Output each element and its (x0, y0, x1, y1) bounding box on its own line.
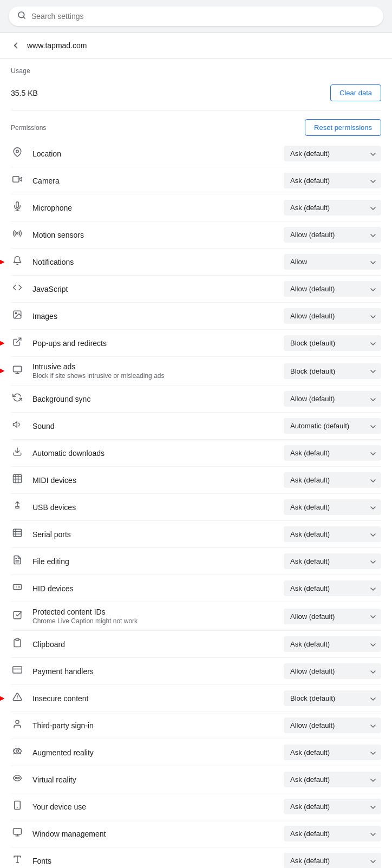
search-icon (17, 11, 26, 22)
permission-name-midi-devices: MIDI devices (32, 476, 76, 485)
select-automatic-downloads[interactable]: Ask (default)AllowBlock (284, 445, 381, 461)
permission-text-motion-sensors: Motion sensors (32, 231, 84, 239)
permission-row-clipboard: ClipboardAsk (default)AllowBlock (11, 631, 381, 658)
select-file-editing[interactable]: Ask (default)AllowBlock (284, 553, 381, 569)
select-window-management[interactable]: Ask (default)AllowBlock (284, 826, 381, 841)
select-notifications[interactable]: AllowAsk (default)Block (284, 254, 381, 270)
svg-rect-32 (16, 639, 19, 641)
select-midi-devices[interactable]: Ask (default)AllowBlock (284, 472, 381, 488)
svg-rect-4 (13, 177, 19, 182)
midi-devices-icon (11, 474, 24, 486)
your-device-use-icon (11, 800, 24, 813)
permission-left-augmented-reality: Augmented reality (11, 746, 284, 759)
permission-row-payment-handlers: Payment handlersAllow (default)Block (11, 658, 381, 685)
select-hid-devices[interactable]: Ask (default)AllowBlock (284, 580, 381, 596)
permission-name-clipboard: Clipboard (32, 640, 65, 649)
permission-row-file-editing: File editingAsk (default)AllowBlock (11, 548, 381, 575)
select-your-device-use[interactable]: Ask (default)AllowBlock (284, 799, 381, 814)
permission-name-payment-handlers: Payment handlers (32, 667, 94, 676)
select-payment-handlers[interactable]: Allow (default)Block (284, 663, 381, 679)
select-clipboard[interactable]: Ask (default)AllowBlock (284, 636, 381, 652)
permission-left-file-editing: File editing (11, 555, 284, 567)
popups-icon (11, 337, 24, 349)
permission-left-hid-devices: HID devices (11, 582, 284, 595)
permission-name-your-device-use: Your device use (32, 802, 86, 811)
back-button[interactable] (11, 41, 21, 50)
permission-sub-intrusive-ads: Block if site shows intrusive or mislead… (32, 372, 164, 380)
select-insecure-content[interactable]: Block (default)Allow (284, 690, 381, 706)
reset-permissions-button[interactable]: Reset permissions (305, 119, 381, 136)
select-wrap-popups: Block (default)Allow (284, 335, 381, 351)
permissions-label: Permissions (11, 124, 46, 132)
permission-row-images: ImagesAllow (default)Block (11, 303, 381, 330)
fonts-icon (11, 854, 24, 867)
clear-data-button[interactable]: Clear data (330, 84, 381, 101)
permission-name-usb-devices: USB devices (32, 503, 76, 512)
permission-row-javascript: JavaScriptAllow (default)Block (11, 276, 381, 303)
permission-name-protected-content: Protected content IDs (32, 608, 138, 616)
permission-left-automatic-downloads: Automatic downloads (11, 447, 284, 459)
select-intrusive-ads[interactable]: Block (default)Allow (284, 363, 381, 379)
select-serial-ports[interactable]: Ask (default)AllowBlock (284, 526, 381, 542)
permission-left-images: Images (11, 310, 284, 322)
select-wrap-intrusive-ads: Block (default)Allow (284, 363, 381, 379)
permission-row-microphone: MicrophoneAsk (default)AllowBlock (11, 194, 381, 221)
permission-left-payment-handlers: Payment handlers (11, 665, 284, 677)
select-camera[interactable]: Ask (default)AllowBlock (284, 173, 381, 188)
select-wrap-payment-handlers: Allow (default)Block (284, 663, 381, 679)
permission-left-virtual-reality: Virtual reality (11, 773, 284, 786)
select-augmented-reality[interactable]: Ask (default)AllowBlock (284, 745, 381, 760)
permission-row-motion-sensors: Motion sensorsAllow (default)AskBlock (11, 221, 381, 249)
permission-name-javascript: JavaScript (32, 285, 68, 293)
permission-text-midi-devices: MIDI devices (32, 476, 76, 485)
select-motion-sensors[interactable]: Allow (default)AskBlock (284, 227, 381, 243)
select-wrap-serial-ports: Ask (default)AllowBlock (284, 526, 381, 542)
permission-left-insecure-content: Insecure content (11, 692, 284, 704)
select-images[interactable]: Allow (default)Block (284, 308, 381, 324)
select-protected-content[interactable]: Allow (default)Block (284, 609, 381, 624)
permission-text-images: Images (32, 312, 57, 321)
permission-row-usb-devices: USB devicesAsk (default)AllowBlock (11, 494, 381, 521)
select-background-sync[interactable]: Allow (default)Block (284, 391, 381, 407)
svg-point-7 (17, 233, 18, 234)
select-wrap-third-party-signin: Allow (default)Block (284, 717, 381, 733)
search-input[interactable] (31, 12, 375, 21)
select-javascript[interactable]: Allow (default)Block (284, 281, 381, 297)
permission-left-microphone: Microphone (11, 201, 284, 214)
select-fonts[interactable]: Ask (default)AllowBlock (284, 853, 381, 868)
select-third-party-signin[interactable]: Allow (default)Block (284, 717, 381, 733)
permission-text-hid-devices: HID devices (32, 584, 73, 593)
permission-name-motion-sensors: Motion sensors (32, 231, 84, 239)
permission-row-notifications: NotificationsAllowAsk (default)Block (11, 249, 381, 276)
permission-name-third-party-signin: Third-party sign-in (32, 721, 94, 730)
select-usb-devices[interactable]: Ask (default)AllowBlock (284, 499, 381, 515)
select-location[interactable]: Ask (default)AllowBlock (284, 146, 381, 161)
annotation-arrow-notifications (0, 256, 10, 268)
select-wrap-file-editing: Ask (default)AllowBlock (284, 553, 381, 569)
permission-text-background-sync: Background sync (32, 395, 90, 403)
select-wrap-motion-sensors: Allow (default)AskBlock (284, 227, 381, 243)
select-microphone[interactable]: Ask (default)AllowBlock (284, 200, 381, 216)
images-icon (11, 310, 24, 322)
permission-row-third-party-signin: Third-party sign-inAllow (default)Block (11, 712, 381, 739)
select-sound[interactable]: Automatic (default)AllowMute (284, 418, 381, 434)
svg-point-40 (18, 778, 19, 779)
svg-line-10 (17, 338, 21, 342)
permission-row-camera: CameraAsk (default)AllowBlock (11, 167, 381, 194)
permission-left-sound: Sound (11, 420, 284, 432)
usage-value: 35.5 KB (11, 89, 38, 97)
select-virtual-reality[interactable]: Ask (default)AllowBlock (284, 772, 381, 787)
permission-name-virtual-reality: Virtual reality (32, 775, 76, 784)
permission-text-virtual-reality: Virtual reality (32, 775, 76, 784)
permission-row-location: LocationAsk (default)AllowBlock (11, 140, 381, 167)
svg-line-1 (23, 17, 25, 18)
svg-marker-14 (14, 422, 17, 428)
permission-name-insecure-content: Insecure content (32, 694, 89, 703)
notifications-icon (11, 256, 24, 268)
select-wrap-fonts: Ask (default)AllowBlock (284, 853, 381, 868)
select-popups[interactable]: Block (default)Allow (284, 335, 381, 351)
permission-text-location: Location (32, 149, 61, 158)
permission-left-javascript: JavaScript (11, 283, 284, 295)
permission-row-popups: Pop-ups and redirectsBlock (default)Allo… (11, 330, 381, 357)
permission-text-usb-devices: USB devices (32, 503, 76, 512)
